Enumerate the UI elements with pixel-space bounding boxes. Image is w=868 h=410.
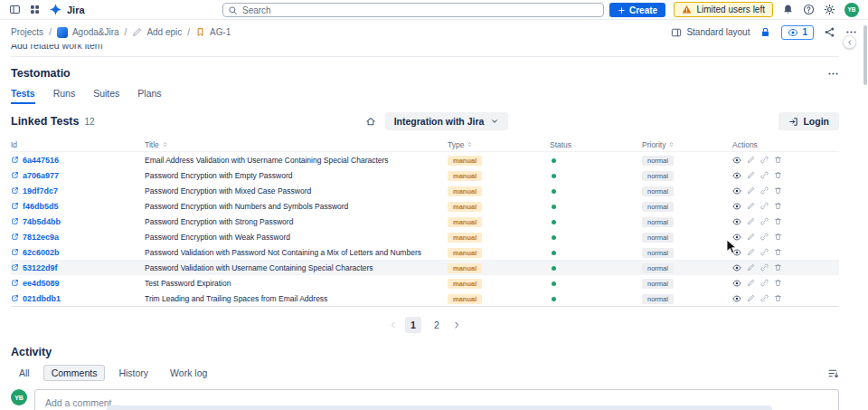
delete-icon[interactable]: [774, 202, 782, 210]
tab-runs[interactable]: Runs: [53, 88, 76, 104]
tab-tests[interactable]: Tests: [11, 88, 35, 104]
next-page-icon[interactable]: [452, 320, 461, 329]
view-icon[interactable]: [732, 248, 741, 257]
user-avatar[interactable]: YB: [844, 3, 859, 17]
test-id-link[interactable]: f46db5d5: [23, 202, 59, 211]
view-icon[interactable]: [732, 156, 741, 165]
page-button-2[interactable]: 2: [429, 317, 445, 333]
table-row[interactable]: 021dbdb1 Trim Leading and Trailing Space…: [11, 291, 839, 306]
activity-tab-history[interactable]: History: [110, 365, 156, 381]
test-id-link[interactable]: 19df7dc7: [23, 186, 58, 195]
table-row[interactable]: 7812ec9a Password Encryption with Weak P…: [11, 229, 839, 244]
activity-tab-worklog[interactable]: Work log: [162, 365, 215, 381]
table-row[interactable]: ee4d5089 Test Password Expiration manual…: [11, 275, 839, 291]
edit-icon[interactable]: [747, 186, 755, 195]
table-row[interactable]: 6a447516 Email Address Validation with U…: [11, 152, 839, 167]
delete-icon[interactable]: [774, 279, 782, 287]
edit-icon[interactable]: [747, 171, 755, 179]
test-id-link[interactable]: ee4d5089: [23, 279, 60, 288]
unlink-icon[interactable]: [760, 279, 769, 287]
delete-icon[interactable]: [774, 156, 782, 164]
test-id-link[interactable]: 021dbdb1: [23, 294, 61, 303]
integration-dropdown[interactable]: Integration with Jira: [385, 112, 509, 130]
unlink-icon[interactable]: [760, 248, 769, 256]
search-input[interactable]: [222, 3, 604, 17]
app-switcher-icon[interactable]: [29, 4, 41, 15]
breadcrumb-project[interactable]: Agoda&Jira: [57, 27, 119, 38]
panel-more-icon[interactable]: [827, 68, 839, 80]
test-id-link[interactable]: 53122d9f: [23, 263, 58, 272]
unlink-icon[interactable]: [760, 156, 769, 164]
view-icon[interactable]: [732, 186, 741, 195]
delete-icon[interactable]: [774, 294, 782, 302]
create-button[interactable]: Create: [609, 3, 665, 17]
edit-icon[interactable]: [747, 279, 755, 287]
watch-button[interactable]: 1: [781, 25, 814, 40]
view-icon[interactable]: [732, 171, 741, 180]
unlink-icon[interactable]: [760, 186, 769, 195]
view-icon[interactable]: [732, 279, 741, 288]
view-icon[interactable]: [732, 294, 741, 303]
test-id-link[interactable]: 62c6002b: [23, 248, 60, 257]
help-icon[interactable]: [803, 4, 815, 15]
column-header-priority[interactable]: Priority: [642, 140, 732, 149]
jira-logo[interactable]: Jira: [49, 3, 85, 16]
lock-icon[interactable]: [760, 26, 771, 38]
settings-icon[interactable]: [824, 4, 835, 15]
sidebar-toggle-icon[interactable]: [9, 4, 21, 15]
column-header-type[interactable]: Type: [448, 140, 550, 149]
unlink-icon[interactable]: [760, 171, 769, 179]
view-icon[interactable]: [732, 217, 741, 226]
unlink-icon[interactable]: [760, 263, 769, 272]
page-button-1[interactable]: 1: [405, 317, 421, 333]
delete-icon[interactable]: [774, 217, 782, 225]
test-id-link[interactable]: a706a977: [23, 171, 59, 180]
table-row[interactable]: a706a977 Password Encryption with Empty …: [11, 167, 839, 183]
edit-icon[interactable]: [747, 294, 755, 302]
view-icon[interactable]: [732, 263, 741, 272]
edit-icon[interactable]: [747, 248, 755, 256]
column-header-title[interactable]: Title: [145, 140, 448, 149]
breadcrumb-add-epic[interactable]: Add epic: [132, 27, 182, 37]
delete-icon[interactable]: [774, 171, 782, 179]
tab-plans[interactable]: Plans: [137, 88, 161, 104]
test-id-link[interactable]: 6a447516: [23, 156, 59, 165]
unlink-icon[interactable]: [760, 217, 769, 225]
unlink-icon[interactable]: [760, 233, 769, 241]
delete-icon[interactable]: [774, 263, 782, 272]
unlink-icon[interactable]: [760, 202, 769, 210]
login-button[interactable]: Login: [778, 112, 839, 130]
home-icon[interactable]: [365, 116, 376, 127]
breadcrumb-projects[interactable]: Projects: [11, 27, 43, 37]
table-row[interactable]: 53122d9f Password Validation with Userna…: [11, 260, 839, 275]
test-id-link[interactable]: 7812ec9a: [23, 233, 59, 242]
activity-tab-comments[interactable]: Comments: [43, 365, 106, 381]
breadcrumb-issue-key[interactable]: AG-1: [195, 27, 231, 37]
edit-icon[interactable]: [747, 233, 755, 241]
edit-icon[interactable]: [747, 202, 755, 210]
table-row[interactable]: 19df7dc7 Password Encryption with Mixed …: [11, 183, 839, 198]
table-row[interactable]: 62c6002b Password Validation with Passwo…: [11, 244, 839, 260]
limited-users-button[interactable]: Limited users left: [674, 2, 773, 17]
view-icon[interactable]: [732, 233, 741, 242]
add-related-work-item-text[interactable]: Add related work item: [11, 44, 839, 51]
edit-icon[interactable]: [747, 217, 755, 225]
edit-icon[interactable]: [747, 156, 755, 164]
delete-icon[interactable]: [774, 248, 782, 256]
panel-collapse-button[interactable]: [843, 35, 856, 49]
standard-layout-button[interactable]: Standard layout: [671, 27, 750, 38]
view-icon[interactable]: [732, 202, 741, 211]
tab-suites[interactable]: Suites: [93, 88, 119, 104]
notifications-icon[interactable]: [782, 4, 794, 15]
edit-icon[interactable]: [747, 263, 755, 272]
sort-newest-first-icon[interactable]: [827, 367, 839, 379]
table-row[interactable]: 74b5d4bb Password Encryption with Strong…: [11, 214, 839, 229]
previous-page-icon[interactable]: [389, 320, 398, 329]
vertical-scrollbar[interactable]: [863, 25, 867, 85]
unlink-icon[interactable]: [760, 294, 769, 302]
delete-icon[interactable]: [774, 186, 782, 195]
share-icon[interactable]: [824, 26, 835, 38]
test-id-link[interactable]: 74b5d4bb: [23, 217, 61, 226]
activity-tab-all[interactable]: All: [11, 365, 38, 381]
table-row[interactable]: f46db5d5 Password Encryption with Number…: [11, 198, 839, 214]
